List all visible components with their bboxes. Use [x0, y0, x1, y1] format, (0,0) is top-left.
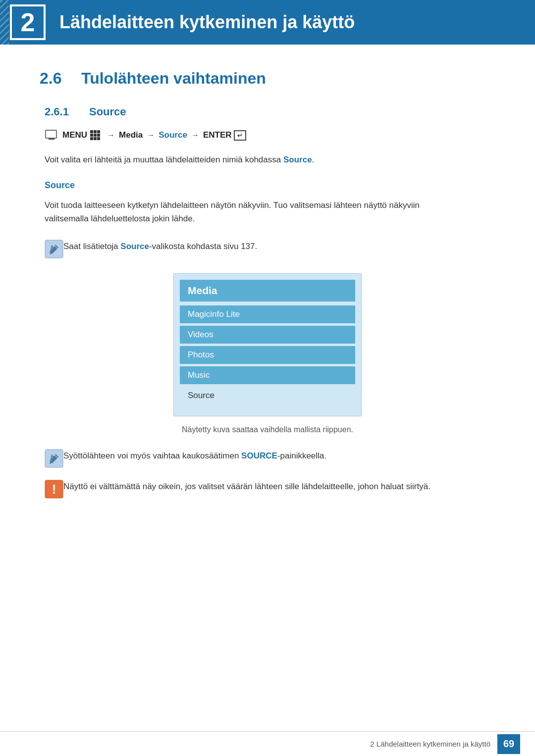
- chapter-number-box: 2: [10, 4, 46, 40]
- note-1-after: -valikosta kohdasta sivu 137.: [149, 242, 257, 251]
- media-menu-title: Media: [180, 280, 355, 302]
- body-text-2-line1: Voit tuoda laitteeseen kytketyn lähdelai…: [45, 201, 420, 210]
- section-2-6-1-heading: 2.6.1 Source: [45, 105, 495, 118]
- note-1-before: Saat lisätietoja: [63, 242, 120, 251]
- enter-label: ENTER: [203, 130, 232, 140]
- media-menu-item-0[interactable]: Magicinfo Lite: [180, 305, 355, 323]
- svg-rect-0: [46, 130, 56, 138]
- menu-label: MENU: [62, 130, 87, 140]
- note-2-after: -painikkeella.: [277, 451, 326, 460]
- note-2-text: Syöttölähteen voi myös vaihtaa kaukosäät…: [63, 449, 326, 462]
- stripes-decoration: [0, 0, 9, 45]
- note-1-text: Saat lisätietoja Source-valikosta kohdas…: [63, 240, 257, 253]
- arrow-3: →: [191, 131, 199, 140]
- note-1-block: Saat lisätietoja Source-valikosta kohdas…: [45, 240, 495, 258]
- media-label: Media: [119, 130, 143, 140]
- section-2-6-1-title: Source: [89, 105, 126, 118]
- note-1-source: Source: [120, 242, 149, 251]
- footer-chapter-text: 2 Lähdelaitteen kytkeminen ja käyttö: [370, 740, 490, 748]
- media-menu-wrapper: Media Magicinfo Lite Videos Photos Music…: [40, 273, 495, 416]
- section-2-6-title: Tulolähteen vaihtaminen: [81, 69, 266, 88]
- source-label-path: Source: [159, 130, 187, 140]
- note-pencil-icon-1: [45, 240, 63, 258]
- note-2-before: Syöttölähteen voi myös vaihtaa kaukosäät…: [63, 451, 241, 460]
- body-text-2-line2: valitsemalla lähdeluettelosta jokin lähd…: [45, 214, 195, 223]
- media-menu-box: Media Magicinfo Lite Videos Photos Music…: [173, 273, 362, 416]
- media-menu-item-1[interactable]: Videos: [180, 326, 355, 344]
- header-title: Lähdelaitteen kytkeminen ja käyttö: [59, 12, 355, 33]
- media-menu-item-3[interactable]: Music: [180, 366, 355, 384]
- arrow-2: →: [147, 131, 155, 140]
- caption-text: Näytetty kuva saattaa vaihdella mallista…: [40, 425, 495, 434]
- body-text-1-before: Voit valita eri lähteitä ja muuttaa lähd…: [45, 155, 283, 164]
- enter-icon: ↵: [234, 130, 246, 141]
- body-text-2: Voit tuoda laitteeseen kytketyn lähdelai…: [45, 199, 495, 225]
- section-2-6-heading: 2.6 Tulolähteen vaihtaminen: [40, 69, 495, 88]
- menu-path: MENU → Media → Source → ENTER ↵: [45, 129, 495, 141]
- media-menu-item-4[interactable]: Source: [180, 387, 355, 404]
- body-text-1: Voit valita eri lähteitä ja muuttaa lähd…: [45, 153, 495, 166]
- main-content: 2.6 Tulolähteen vaihtaminen 2.6.1 Source…: [0, 45, 535, 550]
- media-menu-item-2[interactable]: Photos: [180, 346, 355, 364]
- source-inline-1: Source: [283, 155, 312, 164]
- chapter-number: 2: [21, 7, 35, 37]
- section-2-6-number: 2.6: [40, 69, 69, 88]
- footer-page-number: 69: [497, 734, 520, 754]
- source-subheading: Source: [45, 180, 495, 191]
- body-text-1-end: .: [312, 155, 315, 164]
- note-pencil-icon-2: [45, 449, 63, 468]
- footer: 2 Lähdelaitteen kytkeminen ja käyttö 69: [0, 731, 535, 756]
- arrow-1: →: [107, 131, 115, 140]
- monitor-icon: [45, 129, 58, 141]
- svg-rect-1: [49, 139, 54, 140]
- warning-icon: !: [45, 480, 63, 499]
- grid-icon: [90, 130, 100, 140]
- warning-block: ! Näyttö ei välttämättä näy oikein, jos …: [45, 480, 495, 499]
- warning-text: Näyttö ei välttämättä näy oikein, jos va…: [63, 480, 430, 493]
- section-2-6-1-number: 2.6.1: [45, 105, 80, 118]
- header-bar: 2 Lähdelaitteen kytkeminen ja käyttö: [0, 0, 535, 45]
- note-2-source: SOURCE: [241, 451, 277, 460]
- note-2-block: Syöttölähteen voi myös vaihtaa kaukosäät…: [45, 449, 495, 468]
- svg-text:!: !: [52, 482, 56, 497]
